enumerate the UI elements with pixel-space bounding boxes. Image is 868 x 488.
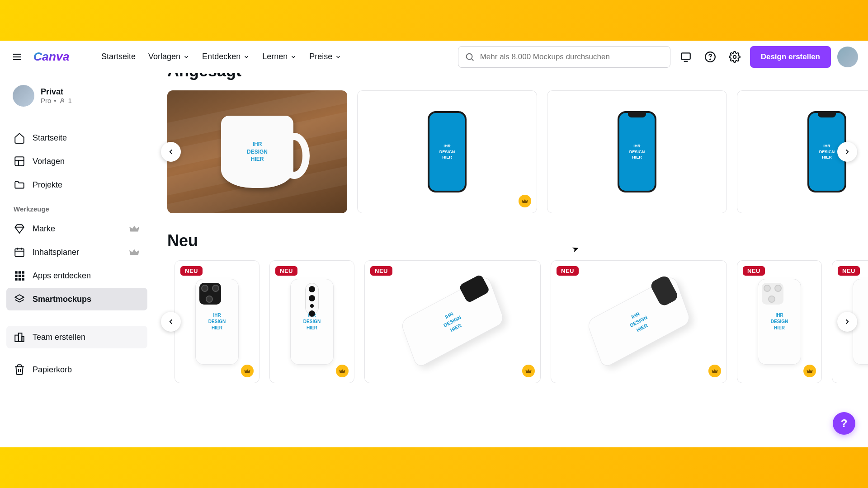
chevron-down-icon [335, 54, 341, 60]
templates-icon [14, 155, 25, 167]
search-icon [465, 52, 475, 62]
calendar-icon [14, 246, 25, 258]
sidebar-item-brand[interactable]: Marke [6, 217, 147, 240]
svg-rect-22 [22, 271, 24, 273]
sidebar-item-label: Inhaltsplaner [33, 248, 121, 257]
crown-icon [128, 223, 140, 235]
premium-badge-icon [708, 365, 721, 377]
nav-templates-label: Vorlagen [148, 52, 180, 61]
section-title-new: Neu [167, 231, 868, 250]
search-input[interactable] [480, 52, 664, 61]
apps-grid-icon [14, 270, 25, 282]
svg-rect-25 [22, 275, 24, 277]
sidebar-section-tools: Werkzeuge [6, 197, 147, 216]
svg-rect-16 [15, 249, 24, 256]
top-header: Canva Startseite Vorlagen Entdecken Lern… [0, 41, 868, 73]
svg-line-5 [472, 59, 473, 61]
svg-rect-30 [15, 335, 19, 342]
nav-discover[interactable]: Entdecken [202, 52, 250, 61]
sidebar-item-label: Vorlagen [33, 157, 140, 166]
carousel-next-button[interactable] [837, 312, 857, 332]
svg-rect-12 [15, 157, 24, 166]
sidebar-item-projects[interactable]: Projekte [6, 174, 147, 196]
mockup-card-mug[interactable]: IHR DESIGN HIER [167, 90, 347, 213]
folder-icon [14, 179, 25, 191]
sidebar-item-discover-apps[interactable]: Apps entdecken [6, 264, 147, 287]
chevron-down-icon [290, 54, 297, 60]
sidebar-item-label: Team erstellen [33, 333, 140, 342]
new-badge: NEU [180, 266, 203, 276]
sidebar-item-label: Startseite [33, 133, 140, 143]
new-badge: NEU [275, 266, 297, 276]
carousel-next-button[interactable] [837, 142, 857, 162]
workspace-switcher[interactable]: Privat Pro • 1 [6, 80, 147, 111]
layers-icon [14, 293, 25, 305]
svg-rect-27 [19, 278, 21, 280]
svg-rect-32 [22, 337, 24, 342]
mockup-placeholder-text: IHR DESIGN HIER [771, 312, 788, 331]
create-design-button[interactable]: Design erstellen [750, 46, 831, 68]
user-avatar[interactable] [837, 47, 858, 67]
new-badge: NEU [838, 266, 860, 276]
workspace-plan: Pro [41, 97, 51, 104]
mockup-card-case-2[interactable]: NEU IHR DESIGN HIER [269, 260, 354, 383]
nav-pricing[interactable]: Preise [309, 52, 341, 61]
nav-templates[interactable]: Vorlagen [148, 52, 189, 61]
mockup-card-case-3[interactable]: NEU IHR DESIGN HIER [364, 260, 541, 383]
svg-rect-23 [15, 275, 17, 277]
sidebar-item-trash[interactable]: Papierkorb [6, 358, 147, 381]
canva-logo[interactable]: Canva [33, 50, 82, 64]
mockup-placeholder-text: IHR DESIGN HIER [247, 141, 268, 163]
svg-rect-21 [19, 271, 21, 273]
crown-icon [128, 246, 140, 258]
main-nav: Startseite Vorlagen Entdecken Lernen Pre… [101, 52, 341, 61]
sidebar-item-templates[interactable]: Vorlagen [6, 150, 147, 173]
chevron-down-icon [243, 54, 250, 60]
brand-icon [14, 223, 25, 235]
person-icon [59, 98, 66, 104]
nav-home-label: Startseite [101, 52, 136, 61]
carousel-prev-button[interactable] [161, 142, 181, 162]
hamburger-menu-icon[interactable] [10, 50, 24, 64]
trash-icon [14, 364, 25, 375]
svg-rect-26 [15, 278, 17, 280]
sidebar-item-create-team[interactable]: Team erstellen [6, 326, 147, 348]
mockup-card-case-5[interactable]: NEU IHR DESIGN HIER [737, 260, 822, 383]
sidebar-item-label: Projekte [33, 180, 140, 190]
sidebar-item-smartmockups[interactable]: Smartmockups [6, 288, 147, 310]
help-icon[interactable] [701, 48, 719, 66]
carousel-prev-button[interactable] [161, 312, 181, 332]
svg-rect-31 [19, 333, 22, 341]
mockup-card-phone-1[interactable]: IHR DESIGN HIER [357, 90, 537, 213]
settings-gear-icon[interactable] [726, 48, 744, 66]
sidebar-item-content-planner[interactable]: Inhaltsplaner [6, 241, 147, 263]
workspace-name: Privat [41, 87, 72, 97]
new-badge: NEU [557, 266, 579, 276]
sidebar: Privat Pro • 1 Startseite Vorlagen [0, 73, 154, 447]
nav-learn-label: Lernen [262, 52, 288, 61]
mockup-card-phone-2[interactable]: IHR DESIGN HIER [547, 90, 727, 213]
main-content: Angesagt IHR DESIGN HIER IHR DESIGN HIER [154, 73, 868, 447]
search-box[interactable] [458, 46, 670, 68]
workspace-members: 1 [68, 97, 72, 104]
premium-badge-icon [519, 195, 531, 207]
svg-text:Canva: Canva [33, 50, 70, 63]
svg-rect-20 [15, 271, 17, 273]
sidebar-item-home[interactable]: Startseite [6, 127, 147, 149]
team-icon [14, 331, 25, 343]
sidebar-item-label: Smartmockups [33, 295, 140, 304]
mockup-card-case-1[interactable]: NEU IHR DESIGN HIER [175, 260, 259, 383]
svg-point-10 [733, 55, 736, 58]
nav-learn[interactable]: Lernen [262, 52, 297, 61]
svg-rect-24 [19, 275, 21, 277]
new-badge: NEU [743, 266, 765, 276]
svg-point-9 [710, 59, 711, 60]
mockup-card-case-4[interactable]: NEU IHR DESIGN HIER [551, 260, 727, 383]
mockup-placeholder-text: IHR DESIGN HIER [439, 143, 455, 160]
svg-point-11 [61, 99, 63, 101]
premium-badge-icon [522, 365, 535, 377]
desktop-app-icon[interactable] [677, 48, 695, 66]
nav-home[interactable]: Startseite [101, 52, 136, 61]
workspace-subtitle: Pro • 1 [41, 97, 72, 104]
help-fab-button[interactable]: ? [833, 412, 855, 435]
